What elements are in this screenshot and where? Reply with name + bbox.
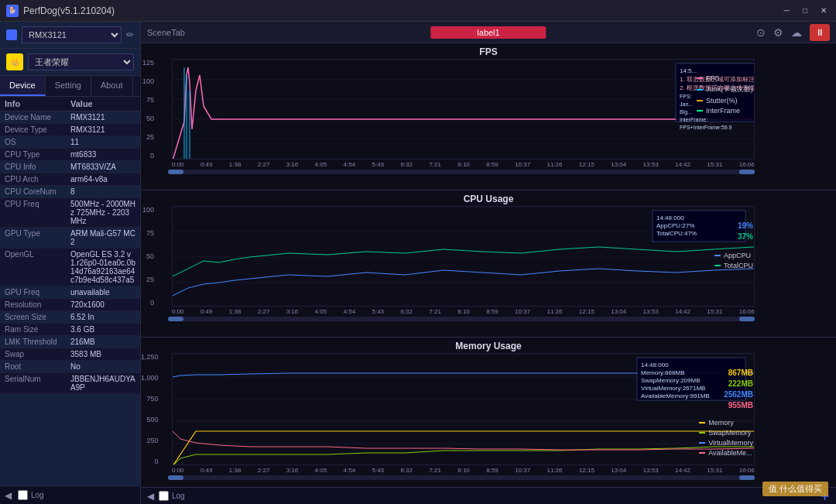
minimize-button[interactable]: ─ [780,5,793,17]
table-row: GPU Frequnavailable [0,286,140,299]
cpu-legend-total-label: TotalCPU [724,262,753,269]
mem-x-18: 15:31 [707,467,722,474]
mem-scrollbar[interactable] [168,475,755,480]
fps-x-10: 8:10 [457,161,470,168]
fps-legend-jank-label: Jank(卡顿次数) [706,84,753,94]
tab-device[interactable]: Device [0,76,46,96]
fps-x-16: 13:53 [643,161,659,168]
cpu-chart-title: CPU Usage [141,194,836,204]
tab-about[interactable]: About [91,76,133,96]
cpu-x-11: 8:59 [486,308,499,315]
mem-x-15: 13:04 [611,467,626,474]
mem-legend-available-label: AvailableMe... [708,449,752,457]
svg-text:TotalCPU:47%: TotalCPU:47% [656,230,697,237]
fps-x-4: 3:16 [286,161,299,168]
fps-legend-jank: Jank(卡顿次数) [697,84,753,94]
cpu-scrollbar[interactable] [168,317,755,321]
table-row: Swap3583 MB [0,348,140,361]
nav-left-button[interactable]: ◀ [5,490,12,501]
svg-text:AppCPU:27%: AppCPU:27% [656,222,694,229]
mem-x-3: 2:27 [258,467,270,474]
info-header: Info Value [0,97,140,111]
log-toggle[interactable]: Log [159,491,185,501]
table-row: CPU Archarm64-v8a [0,173,140,186]
maximize-button[interactable]: □ [799,5,811,17]
cpu-legend: 19% 37% AppCPU TotalCPU [714,221,753,269]
close-button[interactable]: ✕ [817,5,830,17]
settings-icon[interactable]: ⚙ [773,26,783,39]
legend-spacer [714,243,753,249]
cpu-y-25: 25 [146,276,154,283]
info-value: 720x1600 [70,300,104,309]
scene-right-icons: ⊙ ⚙ ☁ ⏸ [756,24,830,41]
table-row: Device NameRMX3121 [0,111,140,124]
info-value: 216MB [70,338,95,346]
main-layout: RMX3121 ✏ 👑 王者荣耀 Device Setting About In… [0,22,836,504]
mem-value: 867MB [699,369,753,377]
swap-value: 222MB [699,379,753,388]
nav-left-btn[interactable]: ◀ [147,491,154,502]
log-label: Log [31,491,44,499]
label1-tab[interactable]: label1 [430,26,546,39]
cloud-icon[interactable]: ☁ [791,26,802,39]
cpu-x-12: 10:37 [515,308,530,315]
fps-scrollbar[interactable] [168,170,755,174]
mem-x-11: 8:59 [486,467,499,474]
log-checkbox-bottom[interactable] [159,491,169,501]
location-icon[interactable]: ⊙ [756,26,766,39]
fps-chart-svg: 14:5... 1. 双击数据区域可添加标注: 2. 框选数据可右键上传云端: … [172,59,755,159]
mem-y-1000: 1,000 [141,374,159,382]
charts-container[interactable]: FPS 125 100 75 50 25 0 [141,43,836,487]
appcpu-color [714,255,721,256]
fps-scrollbar-left[interactable] [168,170,183,174]
cpu-x-14: 12:15 [579,308,594,315]
info-value: 6.52 In [70,313,94,321]
fps-x-19: 16:06 [739,161,755,168]
game-icon: 👑 [6,53,23,70]
info-value: 3583 MB [70,350,101,358]
cpu-x-4: 3:16 [286,308,299,315]
fps-scrollbar-right[interactable] [739,170,755,174]
log-label-text: Log [172,492,185,500]
cpu-y-100: 100 [142,206,154,214]
nav-arrows: ◀ [147,491,154,502]
mem-y-1250: 1,250 [141,353,159,361]
fps-x-8: 6:32 [400,161,413,168]
mem-x-16: 13:53 [643,467,659,474]
info-value: mt6833 [70,150,96,159]
table-row: Ram Size3.6 GB [0,324,140,336]
edit-device-button[interactable]: ✏ [126,29,134,40]
app-title: PerfDog(v5.1.210204) [23,5,115,16]
tab-setting[interactable]: Setting [46,76,91,96]
mem-legend-virtual: VirtualMemory [699,439,753,447]
info-value: No [70,362,81,371]
fps-x-6: 4:54 [344,161,356,168]
fps-legend-interframe-label: InterFrame [706,107,740,115]
mem-chart-title: Memory Usage [141,341,836,351]
window-controls[interactable]: ─ □ ✕ [780,5,830,17]
table-row: CPU InfoMT6833V/ZA [0,161,140,173]
mem-x-10: 8:10 [457,467,470,474]
cpu-legend-total: TotalCPU [714,262,753,269]
pause-button[interactable]: ⏸ [810,24,830,41]
info-key: CPU Freq [5,200,70,225]
available-value: 955MB [699,401,753,410]
mem-scrollbar-left[interactable] [168,475,183,480]
cpu-x-5: 4:05 [315,308,327,315]
mem-scrollbar-right[interactable] [739,475,755,480]
info-value: JBBENJH6AUDYAA9P [70,375,135,392]
device-select[interactable]: RMX3121 [22,26,122,43]
game-select[interactable]: 王者荣耀 [28,53,134,70]
cpu-scrollbar-left[interactable] [168,317,183,321]
fps-x-2: 1:38 [229,161,242,168]
mem-x-6: 4:54 [344,467,356,474]
fps-y-100: 100 [142,77,154,85]
log-checkbox[interactable]: Log [18,490,44,500]
cpu-scrollbar-right[interactable] [739,317,755,321]
mem-legend-memory-label: Memory [708,419,734,427]
scene-tab-label: SceneTab [147,28,185,37]
svg-text:14:5...: 14:5... [680,67,697,74]
info-key: GPU Type [5,229,70,246]
log-check[interactable] [18,490,28,500]
app-icon: 🐕 [6,5,19,17]
